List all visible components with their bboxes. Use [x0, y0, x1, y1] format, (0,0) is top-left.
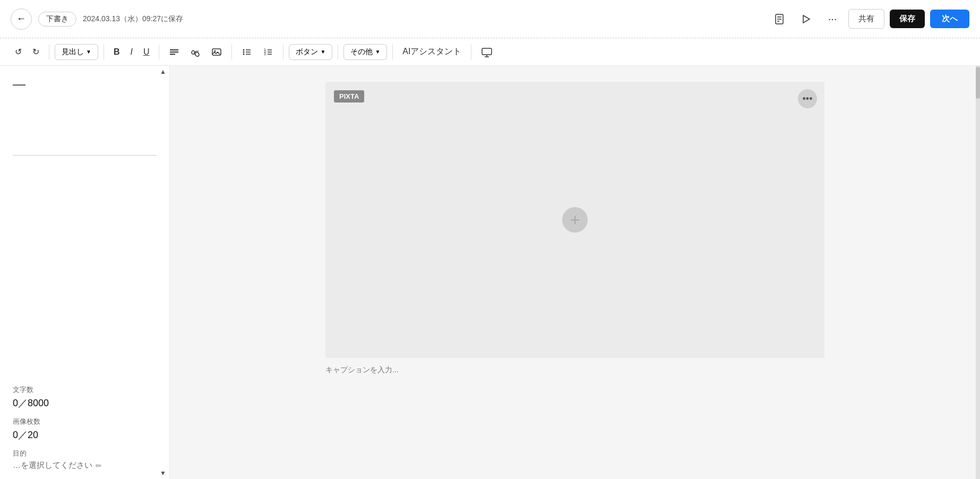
svg-marker-4: [803, 15, 810, 23]
ai-assistant-button[interactable]: AIアシスタント: [398, 44, 466, 60]
save-time: 2024.03.13（水）09:27に保存: [83, 14, 183, 24]
document-icon-button[interactable]: [769, 8, 790, 30]
toolbar-divider-4: [231, 45, 232, 59]
play-icon-button[interactable]: [795, 8, 816, 30]
more-options-button[interactable]: ···: [822, 8, 843, 30]
heading-button[interactable]: 見出し ▼: [55, 44, 98, 60]
svg-point-14: [243, 53, 245, 55]
toolbar-divider-7: [392, 45, 393, 59]
button-chevron: ▼: [320, 49, 325, 55]
next-button[interactable]: 次へ: [930, 10, 969, 28]
link-button[interactable]: [186, 44, 205, 60]
bold-button[interactable]: B: [109, 45, 124, 59]
image-button[interactable]: [207, 44, 226, 60]
toolbar: ↺ ↻ 見出し ▼ B I U 1.2.3. ボタン ▼ その他 ▼ AIアシス…: [0, 38, 980, 66]
toolbar-divider-2: [104, 45, 104, 59]
caption-input[interactable]: [325, 363, 824, 376]
toolbar-divider-6: [338, 45, 338, 59]
scrollbar-thumb: [976, 67, 980, 99]
sidebar-dash: —: [13, 76, 157, 91]
add-icon: +: [570, 211, 580, 228]
edit-icon[interactable]: ✏: [96, 461, 102, 470]
svg-rect-5: [170, 49, 178, 50]
purpose-label: 目的: [13, 449, 157, 458]
redo-button[interactable]: ↻: [28, 44, 44, 59]
svg-rect-6: [170, 52, 178, 53]
toolbar-divider-1: [49, 45, 49, 59]
heading-label: 見出し: [62, 47, 84, 57]
editor-area: PIXTA ••• +: [170, 66, 980, 479]
sidebar-scroll-down[interactable]: ▼: [157, 467, 169, 479]
save-button[interactable]: 保存: [890, 10, 925, 28]
main-container: ▲ — 文字数 0／8000 画像枚数 0／20 目的 …を選択してください ✏…: [0, 66, 980, 479]
draft-badge: 下書き: [38, 12, 76, 27]
preview-button[interactable]: [477, 44, 497, 61]
list-unordered-button[interactable]: [237, 44, 256, 60]
header: ← 下書き 2024.03.13（水）09:27に保存 ··· 共有 保存 次へ: [0, 0, 980, 38]
svg-point-10: [243, 49, 245, 50]
image-more-button[interactable]: •••: [798, 89, 817, 108]
header-left: ← 下書き 2024.03.13（水）09:27に保存: [11, 8, 762, 30]
image-add-button[interactable]: +: [562, 207, 588, 233]
sidebar-line: [13, 155, 157, 156]
image-count-value: 0／20: [13, 429, 157, 441]
header-right: ··· 共有 保存 次へ: [769, 8, 969, 30]
svg-rect-22: [482, 48, 492, 55]
heading-chevron: ▼: [86, 49, 91, 55]
char-count-value: 0／8000: [13, 397, 157, 409]
other-chevron: ▼: [375, 49, 380, 55]
sidebar-scroll-up[interactable]: ▲: [157, 66, 169, 78]
sidebar: ▲ — 文字数 0／8000 画像枚数 0／20 目的 …を選択してください ✏…: [0, 66, 170, 479]
more-dots-icon: •••: [803, 93, 813, 105]
button-insert-button[interactable]: ボタン ▼: [289, 44, 332, 60]
other-label: その他: [350, 47, 373, 57]
pixta-badge: PIXTA: [334, 90, 364, 102]
italic-button[interactable]: I: [126, 45, 136, 59]
image-count-label: 画像枚数: [13, 417, 157, 426]
undo-button[interactable]: ↺: [11, 44, 26, 59]
align-button[interactable]: [165, 44, 184, 60]
share-button[interactable]: 共有: [848, 9, 884, 29]
image-block: PIXTA ••• +: [325, 82, 824, 358]
toolbar-divider-8: [471, 45, 471, 59]
purpose-placeholder: …を選択してください: [13, 460, 92, 471]
sidebar-content: —: [0, 66, 169, 377]
char-count-label: 文字数: [13, 385, 157, 395]
toolbar-divider-5: [283, 45, 283, 59]
sidebar-stats: 文字数 0／8000 画像枚数 0／20 目的 …を選択してください ✏: [0, 377, 169, 479]
right-scrollbar: [976, 66, 980, 479]
list-ordered-button[interactable]: 1.2.3.: [259, 44, 278, 60]
underline-button[interactable]: U: [139, 45, 154, 59]
back-button[interactable]: ←: [11, 8, 32, 30]
svg-point-9: [214, 50, 216, 52]
svg-rect-7: [170, 54, 175, 55]
toolbar-divider-3: [159, 45, 159, 59]
purpose-value: …を選択してください ✏: [13, 460, 157, 471]
svg-text:3.: 3.: [264, 52, 267, 56]
ai-label: AIアシスタント: [402, 46, 461, 57]
svg-point-12: [243, 51, 245, 53]
button-label: ボタン: [296, 47, 318, 57]
other-button[interactable]: その他 ▼: [343, 44, 387, 60]
